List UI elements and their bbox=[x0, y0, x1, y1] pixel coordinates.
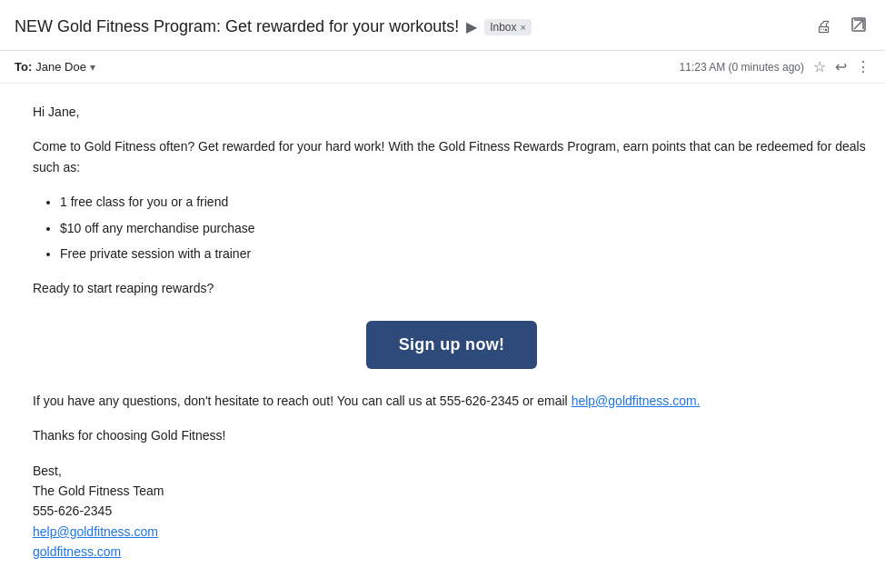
reply-icon[interactable]: ↩ bbox=[835, 58, 847, 75]
inbox-badge: Inbox × bbox=[484, 19, 532, 35]
bullet-3: Free private session with a trainer bbox=[60, 244, 870, 264]
to-prefix: To: bbox=[15, 60, 32, 74]
email-container: NEW Gold Fitness Program: Get rewarded f… bbox=[0, 0, 885, 588]
footer-website-link[interactable]: goldfitness.com bbox=[33, 544, 121, 559]
team-name: The Gold Fitness Team bbox=[33, 483, 164, 498]
inbox-badge-close[interactable]: × bbox=[521, 22, 526, 33]
subject-row: NEW Gold Fitness Program: Get rewarded f… bbox=[15, 17, 532, 36]
email-subject: NEW Gold Fitness Program: Get rewarded f… bbox=[15, 17, 459, 36]
closing: Best, The Gold Fitness Team 555-626-2345… bbox=[33, 461, 870, 563]
contact-text-pre: If you have any questions, don't hesitat… bbox=[33, 394, 572, 408]
footer-phone: 555-626-2345 bbox=[33, 503, 112, 518]
signup-button[interactable]: Sign up now! bbox=[366, 321, 538, 369]
sender-row: To: Jane Doe ▾ 11:23 AM (0 minutes ago) … bbox=[0, 51, 885, 84]
inbox-label: Inbox bbox=[490, 21, 516, 34]
popout-icon[interactable] bbox=[847, 13, 870, 41]
timestamp-row: 11:23 AM (0 minutes ago) ☆ ↩ ⋮ bbox=[680, 58, 870, 75]
signup-button-row: Sign up now! bbox=[33, 321, 870, 369]
header-icons: 🖨 bbox=[812, 13, 870, 41]
print-icon[interactable]: 🖨 bbox=[812, 14, 836, 40]
star-icon[interactable]: ☆ bbox=[813, 58, 826, 75]
closing-text: Best, bbox=[33, 463, 62, 478]
thanks-paragraph: Thanks for choosing Gold Fitness! bbox=[33, 425, 870, 445]
paragraph1: Come to Gold Fitness often? Get rewarded… bbox=[33, 136, 870, 177]
bullet-1: 1 free class for you or a friend bbox=[60, 192, 870, 212]
to-label: To: Jane Doe ▾ bbox=[15, 60, 95, 74]
rewards-list: 1 free class for you or a friend $10 off… bbox=[60, 192, 870, 264]
recipient-name: Jane Doe bbox=[35, 60, 86, 74]
footer-email-link[interactable]: help@goldfitness.com bbox=[33, 524, 158, 539]
forward-icon: ▶ bbox=[466, 18, 477, 35]
email-link[interactable]: help@goldfitness.com. bbox=[572, 394, 701, 408]
email-body: Hi Jane, Come to Gold Fitness often? Get… bbox=[0, 84, 885, 588]
cta-prompt: Ready to start reaping rewards? bbox=[33, 278, 870, 298]
bullet-2: $10 off any merchandise purchase bbox=[60, 218, 870, 238]
greeting: Hi Jane, bbox=[33, 102, 870, 122]
contact-paragraph: If you have any questions, don't hesitat… bbox=[33, 391, 870, 411]
email-header: NEW Gold Fitness Program: Get rewarded f… bbox=[0, 0, 885, 51]
timestamp: 11:23 AM (0 minutes ago) bbox=[680, 61, 804, 74]
recipient-dropdown-arrow[interactable]: ▾ bbox=[90, 61, 95, 74]
more-options-icon[interactable]: ⋮ bbox=[856, 58, 870, 75]
